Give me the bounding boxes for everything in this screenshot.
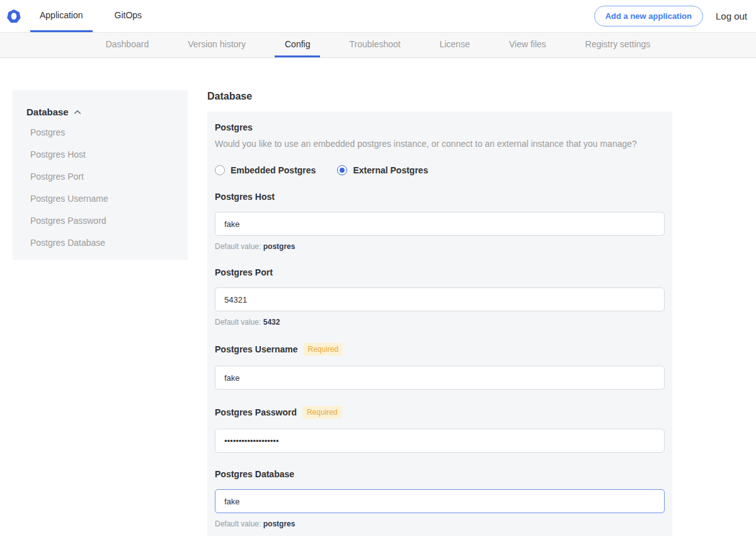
subnav-config-label: Config <box>285 39 310 49</box>
subnav-item-version-history[interactable]: Version history <box>178 33 256 57</box>
field-postgres-password: Postgres Password Required <box>215 406 665 453</box>
postgres-port-helper: Default value: 5432 <box>215 318 665 327</box>
postgres-group-description: Would you like to use an embedded postgr… <box>215 139 665 149</box>
subnav-license-label: License <box>440 39 470 49</box>
default-value-text: 5432 <box>263 318 280 327</box>
top-tabs: Application GitOps <box>30 0 151 32</box>
sidebar-items: Postgres Postgres Host Postgres Port Pos… <box>26 126 178 250</box>
postgres-username-label: Postgres Username <box>215 344 298 354</box>
postgres-database-label: Postgres Database <box>215 469 294 479</box>
kots-logo-icon <box>6 9 21 24</box>
sidebar-group-database[interactable]: Database <box>26 107 178 117</box>
radio-external-postgres-label: External Postgres <box>353 165 428 175</box>
default-value-text: postgres <box>263 242 295 251</box>
tab-application[interactable]: Application <box>30 0 93 32</box>
radio-unchecked-icon <box>215 165 225 175</box>
field-postgres-username: Postgres Username Required <box>215 343 665 390</box>
sidebar-item-postgres-password[interactable]: Postgres Password <box>26 214 178 228</box>
postgres-host-input[interactable] <box>215 212 665 236</box>
sidebar-item-postgres-username[interactable]: Postgres Username <box>26 192 178 206</box>
default-value-label: Default value: <box>215 519 261 528</box>
subnav-troubleshoot-label: Troubleshoot <box>349 39 400 49</box>
sidebar-group-database-label: Database <box>26 107 69 117</box>
admin-console-page: Application GitOps Add a new application… <box>0 0 756 551</box>
radio-embedded-postgres-label: Embedded Postgres <box>231 165 316 175</box>
sidebar-item-postgres-host[interactable]: Postgres Host <box>26 148 178 161</box>
field-postgres-database: Postgres Database Default value: postgre… <box>215 469 665 528</box>
sidebar-item-postgres[interactable]: Postgres <box>26 126 178 139</box>
subnav-item-dashboard[interactable]: Dashboard <box>96 33 159 57</box>
sidebar-item-postgres-database[interactable]: Postgres Database <box>26 236 178 250</box>
postgres-database-input[interactable] <box>215 489 665 513</box>
tab-gitops-label: GitOps <box>115 10 142 20</box>
field-postgres-port: Postgres Port Default value: 5432 <box>215 267 665 327</box>
tab-gitops[interactable]: GitOps <box>105 0 152 32</box>
postgres-host-helper: Default value: postgres <box>215 242 665 251</box>
subnav-dashboard-label: Dashboard <box>106 39 149 49</box>
radio-checked-icon <box>337 165 347 175</box>
config-main: Database Postgres Would you like to use … <box>207 90 672 551</box>
subnav-version-history-label: Version history <box>188 39 246 49</box>
postgres-password-input[interactable] <box>215 429 665 453</box>
field-postgres-host: Postgres Host Default value: postgres <box>215 192 665 251</box>
default-value-label: Default value: <box>215 242 261 251</box>
tab-application-label: Application <box>40 10 83 20</box>
top-nav-right: Add a new application Log out <box>594 0 747 32</box>
top-nav: Application GitOps Add a new application… <box>0 0 756 33</box>
radio-external-postgres[interactable]: External Postgres <box>337 165 428 175</box>
database-config-card: Postgres Would you like to use an embedd… <box>207 112 672 536</box>
postgres-group-label: Postgres <box>215 122 665 132</box>
subnav-item-license[interactable]: License <box>430 33 480 57</box>
required-badge: Required <box>302 406 342 419</box>
subnav-item-troubleshoot[interactable]: Troubleshoot <box>339 33 410 57</box>
app-subnav: Dashboard Version history Config Trouble… <box>0 33 756 58</box>
section-title: Database <box>207 91 672 102</box>
config-content: Database Postgres Postgres Host Postgres… <box>0 58 756 551</box>
sidebar-item-postgres-port[interactable]: Postgres Port <box>26 170 178 183</box>
subnav-item-registry-settings[interactable]: Registry settings <box>575 33 660 57</box>
required-badge: Required <box>304 343 343 356</box>
chevron-up-icon <box>74 110 81 115</box>
subnav-item-view-files[interactable]: View files <box>499 33 556 57</box>
postgres-password-label: Postgres Password <box>215 407 297 417</box>
add-new-application-button[interactable]: Add a new application <box>594 6 703 26</box>
postgres-database-helper: Default value: postgres <box>215 519 665 528</box>
app-logo[interactable] <box>6 0 21 32</box>
config-sidebar: Database Postgres Postgres Host Postgres… <box>13 90 188 260</box>
subnav-item-config[interactable]: Config <box>275 33 320 57</box>
default-value-label: Default value: <box>215 318 261 327</box>
postgres-radio-group: Embedded Postgres External Postgres <box>215 165 665 175</box>
postgres-group: Postgres Would you like to use an embedd… <box>215 122 665 175</box>
postgres-host-label: Postgres Host <box>215 192 275 202</box>
subnav-view-files-label: View files <box>509 39 546 49</box>
postgres-port-label: Postgres Port <box>215 267 273 277</box>
postgres-username-input[interactable] <box>215 366 665 390</box>
subnav-registry-settings-label: Registry settings <box>585 39 650 49</box>
default-value-text: postgres <box>263 519 295 528</box>
logout-button[interactable]: Log out <box>716 11 747 21</box>
postgres-port-input[interactable] <box>215 287 665 311</box>
radio-embedded-postgres[interactable]: Embedded Postgres <box>215 165 316 175</box>
